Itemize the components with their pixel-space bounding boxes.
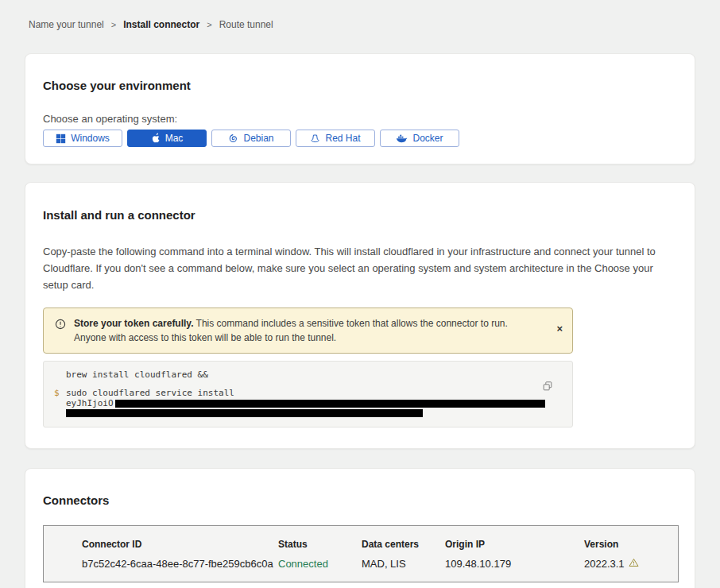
docker-icon xyxy=(396,133,408,143)
os-button-label: Red Hat xyxy=(325,133,360,144)
connectors-card-title: Connectors xyxy=(43,493,677,507)
os-button-label: Debian xyxy=(243,133,273,144)
column-connector-id: Connector ID xyxy=(82,539,278,550)
connector-description: Copy-paste the following command into a … xyxy=(43,243,677,293)
origin-ip-value: 109.48.10.179 xyxy=(445,558,584,570)
connectors-table: Connector ID Status Data centers Origin … xyxy=(43,525,679,582)
install-connector-card: Install and run a connector Copy-paste t… xyxy=(25,182,695,449)
os-select-label: Choose an operating system: xyxy=(43,113,677,125)
connector-id-value: b7c52c42-6caa-48ee-8c77-fbe259cb6c0a xyxy=(82,558,278,570)
redhat-icon xyxy=(310,133,320,144)
connector-card-title: Install and run a connector xyxy=(43,208,677,222)
token-warning-banner: Store your token carefully. This command… xyxy=(43,308,573,354)
os-button-label: Docker xyxy=(412,133,443,144)
apple-icon xyxy=(151,133,161,144)
connectors-card: Connectors Connector ID Status Data cent… xyxy=(25,468,695,588)
version-value: 2022.3.1 xyxy=(584,558,678,570)
token-warning-text: Store your token carefully. This command… xyxy=(74,316,548,345)
column-origin-ip: Origin IP xyxy=(445,539,584,550)
breadcrumb-separator: > xyxy=(111,20,116,29)
alert-circle-icon xyxy=(55,319,66,333)
environment-card-title: Choose your environment xyxy=(43,79,677,92)
os-button-label: Mac xyxy=(165,133,184,144)
os-button-label: Windows xyxy=(71,133,110,144)
table-row: b7c52c42-6caa-48ee-8c77-fbe259cb6c0a Con… xyxy=(82,558,678,570)
version-number: 2022.3.1 xyxy=(584,558,625,570)
warning-triangle-icon xyxy=(629,558,639,570)
column-data-centers: Data centers xyxy=(362,539,445,550)
breadcrumb-separator: > xyxy=(207,20,211,29)
status-badge: Connected xyxy=(278,558,362,570)
debian-icon xyxy=(228,133,238,144)
column-status: Status xyxy=(278,539,362,550)
code-line-sudo: sudo cloudflared service install xyxy=(66,388,234,398)
shell-prompt: $ xyxy=(54,388,66,398)
os-button-debian[interactable]: Debian xyxy=(211,130,291,147)
redacted-token-bar xyxy=(115,400,545,408)
choose-environment-card: Choose your environment Choose an operat… xyxy=(25,53,695,164)
os-button-group: Windows Mac Debian xyxy=(43,130,677,147)
breadcrumb-route-tunnel[interactable]: Route tunnel xyxy=(219,19,273,30)
breadcrumb: Name your tunnel > Install connector > R… xyxy=(0,0,720,30)
os-button-docker[interactable]: Docker xyxy=(380,130,459,147)
breadcrumb-install-connector[interactable]: Install connector xyxy=(123,19,199,30)
os-button-mac[interactable]: Mac xyxy=(127,130,207,147)
breadcrumb-name-your-tunnel[interactable]: Name your tunnel xyxy=(29,19,104,30)
token-prefix: eyJhIjoiO xyxy=(66,398,114,408)
redacted-token-bar xyxy=(66,409,423,417)
copy-icon[interactable] xyxy=(542,381,553,394)
windows-icon xyxy=(56,133,66,144)
os-button-windows[interactable]: Windows xyxy=(43,130,122,147)
column-version: Version xyxy=(584,539,678,550)
close-icon[interactable]: × xyxy=(556,323,563,334)
connectors-table-header: Connector ID Status Data centers Origin … xyxy=(82,539,678,550)
data-centers-value: MAD, LIS xyxy=(362,558,445,570)
code-line-brew: brew install cloudflared && xyxy=(66,369,208,380)
install-command-codeblock: brew install cloudflared && $ sudo cloud… xyxy=(43,361,573,427)
os-button-redhat[interactable]: Red Hat xyxy=(296,130,375,147)
token-warning-title: Store your token carefully. xyxy=(74,318,194,329)
